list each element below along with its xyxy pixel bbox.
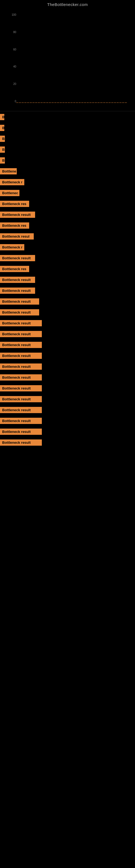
bar: [95, 102, 97, 103]
bottleneck-result-label: Bottleneck result: [0, 352, 42, 359]
bar-wrapper: [60, 102, 62, 103]
results-container: BBBoBoBoBottleneBottleneck rBottlenecBot…: [0, 112, 135, 453]
bar: [114, 102, 116, 103]
bottleneck-result-label: Bottlenec: [0, 190, 19, 196]
result-row: Bottlene: [0, 166, 135, 177]
bar: [122, 102, 124, 103]
result-row: Bottleneck result: [0, 415, 135, 426]
bar: [43, 102, 45, 103]
bar: [52, 102, 54, 103]
bar-wrapper: [108, 102, 111, 103]
bar: [16, 102, 18, 103]
bottleneck-result-label: Bottleneck result: [0, 277, 35, 283]
bar-wrapper: [65, 102, 67, 103]
bar: [97, 102, 100, 103]
bar-wrapper: [35, 102, 37, 103]
bar: [62, 102, 64, 103]
bottleneck-result-label: Bo: [0, 135, 5, 142]
bar-wrapper: [71, 102, 73, 103]
bar-wrapper: [79, 102, 81, 103]
bar: [65, 102, 67, 103]
bar-wrapper: [125, 102, 127, 103]
result-row: B: [0, 112, 135, 122]
bar: [100, 102, 102, 103]
bar-wrapper: [62, 102, 64, 103]
bar-wrapper: [57, 102, 59, 103]
result-row: Bottleneck result: [0, 209, 135, 220]
bar: [35, 102, 37, 103]
bar-wrapper: [41, 102, 43, 103]
bar: [57, 102, 59, 103]
bottleneck-result-label: Bottleneck res: [0, 222, 29, 229]
bar-wrapper: [117, 102, 119, 103]
bar: [79, 102, 81, 103]
bar: [21, 102, 24, 103]
bar-wrapper: [92, 102, 94, 103]
result-row: Bottleneck result: [0, 372, 135, 383]
bottleneck-result-label: Bottleneck result: [0, 385, 42, 392]
result-row: Bottleneck res: [0, 220, 135, 231]
bar: [106, 102, 108, 103]
result-row: Bottleneck result: [0, 394, 135, 404]
bar-wrapper: [81, 102, 83, 103]
bar-wrapper: [54, 102, 56, 103]
result-row: Bo: [0, 133, 135, 144]
bottleneck-result-label: Bottleneck result: [0, 287, 35, 294]
bottleneck-result-label: Bottleneck result: [0, 418, 42, 424]
result-row: Bottleneck result: [0, 350, 135, 361]
bar: [103, 102, 105, 103]
bar: [117, 102, 119, 103]
bottleneck-result-label: Bo: [0, 147, 5, 153]
bottleneck-result-label: Bottleneck result: [0, 212, 35, 218]
result-row: Bottleneck result: [0, 404, 135, 415]
bottleneck-result-label: B: [0, 114, 4, 120]
bottleneck-result-label: Bottleneck r: [0, 244, 24, 250]
bar: [81, 102, 83, 103]
bar: [89, 102, 92, 103]
bottleneck-result-label: Bottleneck result: [0, 342, 42, 348]
bar-wrapper: [43, 102, 45, 103]
result-row: Bottlenec: [0, 187, 135, 198]
result-row: Bottleneck r: [0, 177, 135, 187]
bar-wrapper: [111, 102, 114, 103]
bar-wrapper: [32, 102, 35, 103]
bar: [108, 102, 111, 103]
result-row: Bottleneck result: [0, 296, 135, 307]
result-row: Bottleneck res: [0, 198, 135, 209]
bar-wrapper: [38, 102, 40, 103]
bottleneck-result-label: Bottleneck result: [0, 309, 39, 315]
bar: [71, 102, 73, 103]
bar-wrapper: [114, 102, 116, 103]
bar-wrapper: [100, 102, 102, 103]
bar: [73, 102, 75, 103]
bar-wrapper: [119, 102, 122, 103]
bottleneck-result-label: Bottleneck resul: [0, 233, 34, 240]
result-row: Bottleneck result: [0, 274, 135, 285]
result-row: Bottleneck result: [0, 383, 135, 394]
bar-wrapper: [49, 102, 51, 103]
bottleneck-result-label: Bottleneck result: [0, 439, 42, 446]
result-row: Bottleneck result: [0, 252, 135, 264]
bar: [54, 102, 56, 103]
bar: [30, 102, 32, 103]
result-row: Bottleneck result: [0, 426, 135, 437]
bar-wrapper: [19, 102, 21, 103]
bar: [24, 102, 27, 103]
bottleneck-result-label: Bottleneck result: [0, 396, 42, 402]
bar: [87, 102, 89, 103]
bottleneck-result-label: Bottleneck result: [0, 429, 42, 435]
bar-wrapper: [46, 102, 48, 103]
result-row: Bottleneck r: [0, 242, 135, 252]
bottleneck-result-label: Bottleneck res: [0, 266, 29, 272]
bottleneck-result-label: Bottleneck result: [0, 331, 42, 337]
bar-wrapper: [30, 102, 32, 103]
result-row: Bottleneck result: [0, 361, 135, 372]
bar: [46, 102, 48, 103]
bar-wrapper: [97, 102, 100, 103]
bottleneck-result-label: Bottleneck result: [0, 374, 42, 380]
bar: [119, 102, 122, 103]
bar: [111, 102, 114, 103]
bar-wrapper: [122, 102, 124, 103]
result-row: Bottleneck result: [0, 307, 135, 318]
chart-area: 100806040200: [0, 8, 135, 111]
